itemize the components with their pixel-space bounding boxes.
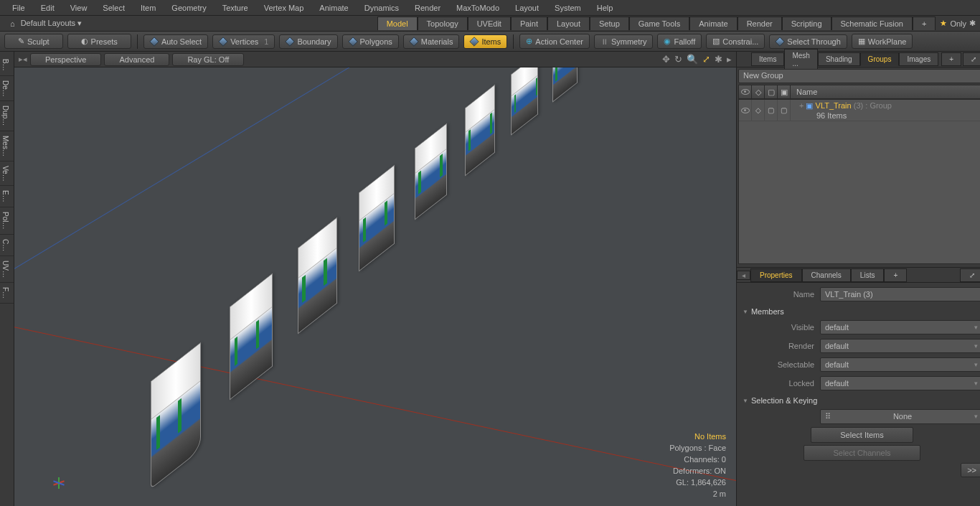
- row-icon-3[interactable]: ▢: [765, 100, 778, 121]
- menu-item[interactable]: Item: [133, 4, 164, 12]
- keying-dropdown[interactable]: ⠿ None: [820, 409, 980, 424]
- 3d-viewport[interactable]: No Items Polygons : Face Channels: 0 Def…: [14, 67, 736, 506]
- tab-channels[interactable]: Channels: [802, 268, 851, 282]
- list-item-vlt-train[interactable]: ◇ ▢ ▢ + ▣ VLT_Train (3) : Group 96 Items: [739, 100, 980, 121]
- select-channels-button[interactable]: Select Channels: [804, 445, 920, 461]
- col-icon-3[interactable]: ▢: [765, 85, 778, 98]
- menu-layout[interactable]: Layout: [507, 4, 547, 12]
- default-layouts-dropdown[interactable]: Default Layouts ▾: [21, 19, 83, 28]
- presets-button[interactable]: ◐Presets: [67, 34, 131, 49]
- menu-maxtomodo[interactable]: MaxToModo: [448, 4, 507, 12]
- menu-texture[interactable]: Texture: [215, 4, 256, 12]
- tab-properties[interactable]: Properties: [750, 268, 802, 282]
- actioncenter-button[interactable]: ⊕Action Center: [519, 34, 590, 49]
- item-name[interactable]: VLT_Train: [816, 101, 852, 110]
- menu-edit[interactable]: Edit: [33, 4, 62, 12]
- selectthrough-button[interactable]: Select Through: [769, 34, 847, 49]
- new-group-button[interactable]: New Group: [738, 69, 980, 83]
- left-tool-b[interactable]: B…: [0, 55, 14, 76]
- left-tool-pol[interactable]: Pol…: [0, 207, 14, 234]
- visible-dropdown[interactable]: default: [820, 320, 980, 334]
- tab-gametools[interactable]: Game Tools: [629, 17, 690, 30]
- sculpt-button[interactable]: ✎Sculpt: [4, 34, 63, 49]
- expand-icon[interactable]: ⤢: [960, 268, 980, 282]
- home-icon[interactable]: ⌂: [4, 19, 21, 28]
- left-tool-mes[interactable]: Mes…: [0, 131, 14, 161]
- tab-layout[interactable]: Layout: [547, 17, 590, 30]
- tab-lists[interactable]: Lists: [851, 268, 885, 282]
- tab-scripting[interactable]: Scripting: [782, 17, 831, 30]
- boundary-button[interactable]: Boundary: [279, 34, 337, 49]
- shading-dropdown[interactable]: Advanced: [104, 53, 169, 66]
- maximize-icon[interactable]: ▸: [727, 54, 732, 65]
- row-icon-4[interactable]: ▢: [778, 100, 791, 121]
- locked-dropdown[interactable]: default: [820, 376, 980, 390]
- menu-file[interactable]: File: [4, 4, 33, 12]
- rotate-icon[interactable]: ↻: [674, 54, 682, 65]
- symmetry-button[interactable]: ⏸Symmetry: [594, 34, 654, 49]
- col-icon-2[interactable]: ◇: [752, 85, 765, 98]
- menu-geometry[interactable]: Geometry: [164, 4, 214, 12]
- visibility-col-icon[interactable]: [739, 85, 752, 98]
- workplane-button[interactable]: ▦WorkPlane: [852, 34, 913, 49]
- tab-shading[interactable]: Shading: [818, 52, 860, 66]
- left-tool-de[interactable]: De…: [0, 76, 14, 102]
- name-field[interactable]: VLT_Train (3): [820, 287, 980, 301]
- menu-help[interactable]: Help: [589, 4, 621, 12]
- pan-icon[interactable]: ✥: [662, 54, 670, 65]
- tab-add[interactable]: +: [913, 17, 936, 30]
- row-icon-2[interactable]: ◇: [752, 100, 765, 121]
- only-button[interactable]: Only: [950, 19, 966, 28]
- props-options-icon[interactable]: ◂: [737, 271, 750, 280]
- gear-icon[interactable]: ✱: [969, 19, 976, 28]
- vertices-button[interactable]: Vertices1: [212, 34, 275, 49]
- constrain-button[interactable]: ▧Constrai...: [706, 34, 765, 49]
- zoom-icon[interactable]: 🔍: [687, 54, 698, 65]
- train-model[interactable]: [143, 139, 617, 505]
- left-tool-dup[interactable]: Dup…: [0, 101, 14, 131]
- menu-view[interactable]: View: [62, 4, 95, 12]
- tab-images[interactable]: Images: [899, 52, 938, 66]
- items-button[interactable]: Items: [463, 34, 507, 49]
- menu-animate[interactable]: Animate: [311, 4, 356, 12]
- materials-button[interactable]: Materials: [403, 34, 460, 49]
- left-tool-ve[interactable]: Ve…: [0, 161, 14, 187]
- vp-options-icon[interactable]: ▸◂: [19, 55, 27, 64]
- view-type-dropdown[interactable]: Perspective: [30, 53, 101, 66]
- add-icon[interactable]: +: [941, 52, 961, 66]
- fit-icon[interactable]: ⤢: [702, 54, 710, 65]
- tab-items[interactable]: Items: [751, 52, 784, 66]
- tab-paint[interactable]: Paint: [511, 17, 547, 30]
- tab-topology[interactable]: Topology: [418, 17, 468, 30]
- axis-gizmo[interactable]: [46, 469, 70, 494]
- tab-model[interactable]: Model: [377, 17, 418, 30]
- tab-animate[interactable]: Animate: [689, 17, 737, 30]
- falloff-button[interactable]: ◉Falloff: [657, 34, 702, 49]
- selectable-dropdown[interactable]: default: [820, 357, 980, 372]
- eye-icon[interactable]: [741, 108, 750, 113]
- autoselect-button[interactable]: Auto Select: [143, 34, 208, 49]
- tab-render[interactable]: Render: [738, 17, 782, 30]
- tab-groups[interactable]: Groups: [860, 52, 900, 66]
- groups-list[interactable]: ◇ ▢ ▢ + ▣ VLT_Train (3) : Group 96 Items: [738, 99, 980, 264]
- menu-select[interactable]: Select: [95, 4, 133, 12]
- menu-vertexmap[interactable]: Vertex Map: [256, 4, 312, 12]
- tab-mesh[interactable]: Mesh ...: [784, 49, 817, 70]
- tab-uvedit[interactable]: UVEdit: [468, 17, 511, 30]
- left-tool-uv[interactable]: UV…: [0, 256, 14, 283]
- tab-schematicfusion[interactable]: Schematic Fusion: [831, 17, 913, 30]
- raygl-dropdown[interactable]: Ray GL: Off: [172, 53, 244, 66]
- select-items-button[interactable]: Select Items: [811, 427, 913, 443]
- left-tool-f[interactable]: F…: [0, 283, 14, 304]
- menu-render[interactable]: Render: [407, 4, 448, 12]
- menu-system[interactable]: System: [547, 4, 589, 12]
- col-icon-4[interactable]: ▣: [778, 85, 791, 98]
- star-icon[interactable]: ★: [940, 19, 947, 28]
- tab-setup[interactable]: Setup: [590, 17, 629, 30]
- menu-dynamics[interactable]: Dynamics: [357, 4, 407, 12]
- render-dropdown[interactable]: default: [820, 339, 980, 353]
- polygons-button[interactable]: Polygons: [342, 34, 399, 49]
- selkey-section[interactable]: Selection & Keying: [741, 393, 980, 408]
- left-tool-e[interactable]: E…: [0, 186, 14, 207]
- more-button[interactable]: >>: [961, 463, 980, 477]
